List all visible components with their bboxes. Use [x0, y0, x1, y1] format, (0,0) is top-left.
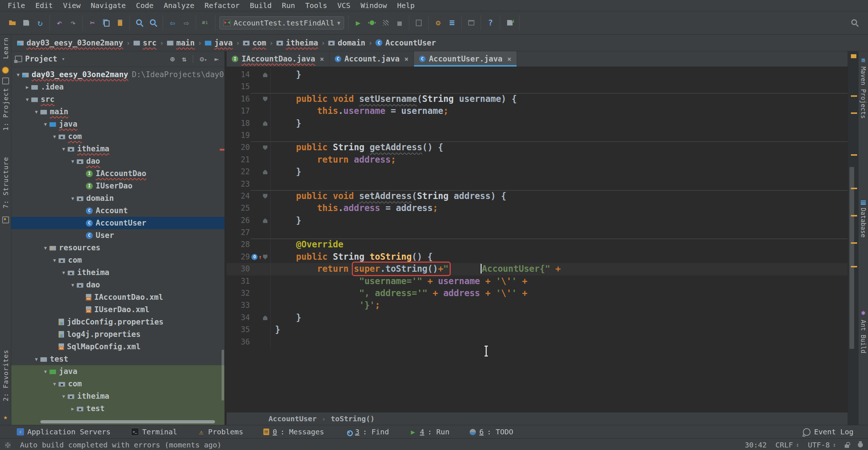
tree-row-IAccountDao[interactable]: IAccountDao — [11, 167, 224, 180]
chevron-down-icon[interactable]: ▾ — [62, 56, 65, 62]
tree-expander[interactable]: ▼ — [41, 122, 49, 127]
open-project-icon[interactable] — [7, 17, 18, 29]
gutter-fold-column[interactable] — [251, 215, 271, 227]
fold-end-icon[interactable] — [263, 170, 267, 174]
close-icon[interactable]: × — [320, 55, 324, 63]
tree-row-com[interactable]: ▼com — [11, 254, 224, 266]
warning-stripe-mark[interactable] — [851, 95, 857, 97]
tree-row-com[interactable]: ▼com — [11, 130, 224, 143]
gutter-fold-column[interactable] — [251, 275, 271, 287]
gutter-fold-column[interactable] — [251, 69, 271, 81]
line-number[interactable]: 20 — [227, 142, 251, 154]
settings-icon[interactable] — [432, 17, 444, 29]
tree-expander[interactable]: ▶ — [69, 406, 77, 411]
menu-item-tools[interactable]: Tools — [301, 1, 331, 10]
project-panel-title[interactable]: Project — [25, 55, 57, 63]
gutter-fold-column[interactable] — [251, 227, 271, 239]
gutter-fold-column[interactable]: O↑ — [251, 251, 271, 263]
line-number[interactable]: 21 — [227, 154, 251, 166]
menu-item-code[interactable]: Code — [132, 1, 158, 10]
line-number[interactable]: 26 — [227, 215, 251, 227]
tool-window-quick-access-icon[interactable] — [5, 442, 11, 448]
star-icon[interactable]: ★ — [3, 413, 7, 421]
cut-icon[interactable] — [87, 17, 98, 29]
tree-row-day03_eesy_03one2many[interactable]: ▼day03_eesy_03one2manyD:\IdeaProjects\da… — [11, 68, 224, 81]
tree-expander[interactable]: ▼ — [60, 270, 68, 275]
line-ending-selector[interactable]: CRLF — [776, 441, 793, 449]
breadcrumb-item-domain[interactable]: domain — [326, 39, 367, 47]
tree-row-dao[interactable]: ▼dao — [11, 279, 224, 291]
debug-icon[interactable] — [366, 17, 378, 29]
gutter-fold-column[interactable] — [251, 324, 271, 336]
code-text[interactable]: "username='" + username + '\'' + — [271, 275, 527, 287]
tree-row-dao[interactable]: ▼dao — [11, 155, 224, 167]
tree-row-User[interactable]: User — [11, 229, 224, 242]
menu-item-run[interactable]: Run — [278, 1, 299, 10]
find-icon[interactable] — [134, 17, 145, 29]
run-icon[interactable] — [352, 17, 364, 29]
gutter-fold-column[interactable] — [251, 154, 271, 166]
tree-expander[interactable]: ▼ — [51, 381, 59, 387]
gutter-fold-column[interactable] — [251, 202, 271, 214]
fold-start-icon[interactable] — [263, 97, 267, 101]
tool-window-button--todo[interactable]: 6: TODO — [470, 427, 513, 436]
gutter-fold-column[interactable] — [251, 81, 271, 93]
tab-AccountUser.java[interactable]: AccountUser.java× — [414, 51, 517, 67]
stop-icon[interactable] — [394, 17, 405, 29]
gutter-fold-column[interactable] — [251, 299, 271, 311]
tree-row-main[interactable]: ▼main — [11, 105, 224, 118]
save-and-sync-icon[interactable] — [504, 17, 515, 29]
tree-vertical-scrollbar[interactable] — [222, 350, 224, 401]
code-text[interactable]: return address; — [271, 154, 396, 166]
tree-row-java[interactable]: ▼java — [11, 118, 224, 130]
compile-icon[interactable] — [200, 17, 211, 29]
tree-row-jdbcConfig.properties[interactable]: jdbcConfig.properties — [11, 316, 224, 328]
line-number[interactable]: 16 — [227, 93, 251, 105]
line-number[interactable]: 34 — [227, 312, 251, 324]
tree-expander[interactable]: ▼ — [41, 369, 49, 374]
line-number[interactable]: 15 — [227, 81, 251, 93]
line-number[interactable]: 24 — [227, 190, 251, 202]
left-strip-favorites[interactable]: 2: Favorites — [2, 350, 9, 401]
tree-row-Account[interactable]: Account — [11, 204, 224, 217]
tree-row-.idea[interactable]: ▶.idea — [11, 81, 224, 93]
breadcrumb-item-com[interactable]: com — [241, 39, 268, 47]
code-text[interactable]: this.address = address; — [271, 202, 438, 214]
breadcrumb-item-java[interactable]: java — [203, 39, 235, 47]
tree-row-java[interactable]: ▼java — [11, 365, 224, 378]
tree-row-test[interactable]: ▼test — [11, 353, 224, 365]
code-text[interactable]: } — [271, 69, 301, 81]
line-number[interactable]: 28 — [227, 239, 251, 251]
line-number[interactable]: 32 — [227, 287, 251, 299]
menu-item-view[interactable]: View — [59, 1, 84, 10]
gutter-fold-column[interactable] — [251, 142, 271, 154]
collapse-all-icon[interactable]: ⇅ — [180, 55, 188, 63]
gutter-fold-column[interactable] — [251, 190, 271, 202]
fold-start-icon[interactable] — [263, 146, 267, 150]
line-number[interactable]: 17 — [227, 105, 251, 117]
code-text[interactable]: public String toString() { — [271, 251, 433, 263]
tree-row-test[interactable]: ▶test — [11, 402, 224, 415]
gutter-fold-column[interactable] — [251, 105, 271, 117]
fold-start-icon[interactable] — [263, 255, 267, 259]
print-icon[interactable] — [465, 17, 477, 29]
gutter-fold-column[interactable] — [251, 336, 271, 348]
encoding-selector[interactable]: UTF-8 — [808, 441, 830, 449]
fold-end-icon[interactable] — [263, 72, 267, 77]
menu-item-vcs[interactable]: VCS — [333, 1, 354, 10]
event-log-button[interactable]: Event Log — [803, 427, 868, 436]
code-text[interactable]: @Override — [271, 239, 343, 251]
breadcrumb-method[interactable]: toString() — [331, 414, 374, 423]
hide-panel-icon[interactable]: ⇤ — [212, 55, 221, 63]
line-number[interactable]: 30 — [227, 263, 251, 275]
left-strip-structure[interactable]: 7: Structure — [2, 157, 9, 208]
tree-row-com[interactable]: ▼com — [11, 378, 224, 390]
breadcrumb-class[interactable]: AccountUser — [268, 414, 316, 423]
gutter-fold-column[interactable] — [251, 263, 271, 275]
right-strip-maven[interactable]: mMaven Projects — [859, 56, 868, 119]
code-text[interactable]: ", address='" + address + '\'' + — [271, 287, 527, 299]
line-number[interactable]: 31 — [227, 275, 251, 287]
warning-stripe-mark[interactable] — [851, 112, 857, 114]
fold-start-icon[interactable] — [263, 194, 267, 199]
tree-expander[interactable]: ▼ — [60, 146, 68, 152]
